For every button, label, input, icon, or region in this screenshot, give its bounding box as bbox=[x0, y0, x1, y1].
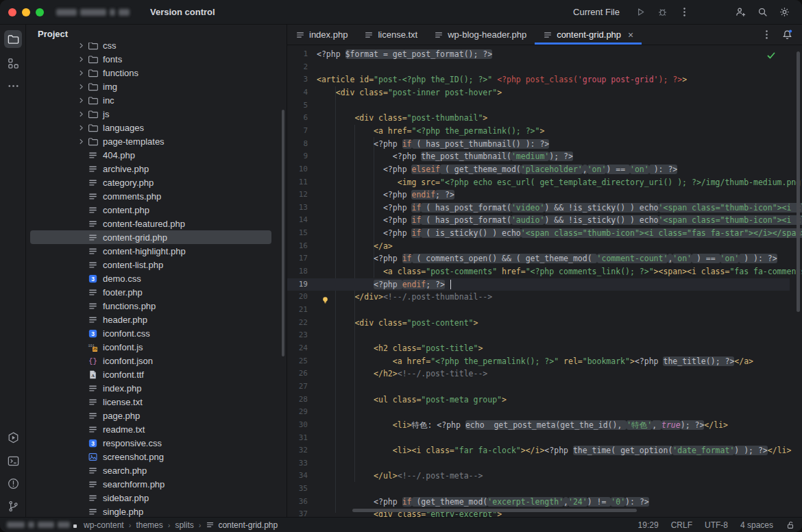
tree-item-label: readme.txt bbox=[103, 424, 145, 435]
tree-item-header.php[interactable]: header.php bbox=[30, 313, 271, 326]
tree-item-functions.php[interactable]: functions.php bbox=[30, 299, 271, 313]
check-icon[interactable] bbox=[766, 51, 776, 62]
close-icon[interactable]: × bbox=[628, 29, 633, 40]
font-icon: A bbox=[88, 370, 98, 380]
tree-item-searchform.php[interactable]: searchform.php bbox=[30, 477, 271, 491]
chevron-right-icon[interactable] bbox=[76, 109, 88, 119]
code-line: <h2 class="post-title"> bbox=[317, 342, 802, 355]
tree-item-iconfont.ttf[interactable]: Aiconfont.ttf bbox=[30, 367, 271, 381]
tree-item-single.php[interactable]: single.php bbox=[30, 505, 271, 517]
run-configuration-selector[interactable]: Current File bbox=[568, 4, 628, 20]
close-window-button[interactable] bbox=[8, 8, 16, 16]
kebab-icon[interactable] bbox=[675, 3, 694, 22]
chevron-right-icon[interactable] bbox=[76, 54, 88, 64]
maximize-window-button[interactable] bbox=[36, 8, 44, 16]
project-panel-header[interactable]: Project bbox=[26, 25, 287, 43]
breadcrumb-themes[interactable]: themes bbox=[136, 520, 162, 530]
tree-item-js[interactable]: js bbox=[30, 107, 271, 121]
lock-open-icon[interactable] bbox=[786, 520, 795, 530]
editor-horizontal-scrollbar[interactable] bbox=[352, 509, 637, 512]
tab-label: license.txt bbox=[378, 29, 417, 40]
tree-item-iconfont.json[interactable]: {}iconfont.json bbox=[30, 354, 271, 367]
status-widget-CRLF[interactable]: CRLF bbox=[671, 520, 692, 530]
services-icon[interactable] bbox=[4, 428, 22, 446]
tree-item-readme.txt[interactable]: readme.txt bbox=[30, 422, 271, 436]
tree-item-index.php[interactable]: index.php bbox=[30, 381, 271, 395]
tab-index.php[interactable]: index.php bbox=[287, 25, 356, 45]
editor-tab-bar: index.phplicense.txtwp-blog-header.phpco… bbox=[287, 25, 802, 45]
tree-item-content-list.php[interactable]: content-list.php bbox=[30, 258, 271, 271]
breadcrumb-splits[interactable]: splits bbox=[175, 520, 193, 530]
minimize-window-button[interactable] bbox=[22, 8, 30, 16]
gear-icon[interactable] bbox=[775, 3, 794, 22]
line-number: 17 bbox=[287, 252, 308, 265]
chevron-right-icon[interactable] bbox=[76, 136, 88, 147]
file-lines-icon bbox=[88, 205, 98, 215]
status-widget-UTF-8[interactable]: UTF-8 bbox=[705, 520, 728, 530]
breadcrumb-current-file[interactable]: content-grid.php bbox=[206, 520, 278, 530]
tree-item-fonts[interactable]: fonts bbox=[30, 52, 271, 66]
tree-item-content.php[interactable]: content.php bbox=[30, 203, 271, 217]
search-icon[interactable] bbox=[753, 3, 772, 22]
project-folder-icon[interactable] bbox=[4, 30, 22, 48]
tree-item-comments.php[interactable]: comments.php bbox=[30, 189, 271, 203]
tree-item-page-templates[interactable]: page-templates bbox=[30, 134, 271, 148]
tree-item-content-featured.php[interactable]: content-featured.php bbox=[30, 217, 271, 230]
person-plus-icon[interactable] bbox=[731, 3, 750, 22]
tab-license.txt[interactable]: license.txt bbox=[356, 25, 426, 45]
tree-item-label: content-grid.php bbox=[103, 232, 167, 243]
line-number: 3 bbox=[287, 73, 308, 86]
tree-item-label: iconfont.css bbox=[103, 328, 150, 339]
branch-icon[interactable] bbox=[4, 497, 22, 515]
chevron-right-icon[interactable] bbox=[76, 82, 88, 92]
problems-icon[interactable] bbox=[4, 474, 22, 492]
tree-item-license.txt[interactable]: license.txt bbox=[30, 395, 271, 409]
tree-item-search.php[interactable]: search.php bbox=[30, 463, 271, 477]
code-editor[interactable]: 1<?php $format = get_post_format(); ?>23… bbox=[287, 45, 802, 517]
tree-item-functions[interactable]: functions bbox=[30, 66, 271, 80]
tree-item-category.php[interactable]: category.php bbox=[30, 176, 271, 189]
tree-item-archive.php[interactable]: archive.php bbox=[30, 162, 271, 176]
tree-item-languages[interactable]: languages bbox=[30, 121, 271, 134]
tree-item-inc[interactable]: inc bbox=[30, 93, 271, 107]
tree-item-sidebar.php[interactable]: sidebar.php bbox=[30, 491, 271, 505]
tree-scrollbar[interactable] bbox=[282, 110, 284, 356]
breadcrumb-wp-content[interactable]: wp-content bbox=[84, 520, 124, 530]
tree-item-404.php[interactable]: 404.php bbox=[30, 148, 271, 162]
tree-item-responsive.css[interactable]: 3responsive.css bbox=[30, 436, 271, 450]
line-number: 7 bbox=[287, 125, 308, 138]
terminal-icon[interactable] bbox=[4, 452, 22, 470]
more-icon[interactable] bbox=[4, 77, 22, 95]
tree-item-label: content-highlight.php bbox=[103, 246, 186, 256]
chevron-right-icon[interactable] bbox=[76, 68, 88, 78]
status-widget-4-spaces[interactable]: 4 spaces bbox=[740, 520, 773, 530]
tree-item-img[interactable]: img bbox=[30, 80, 271, 93]
tree-item-screenshot.png[interactable]: screenshot.png bbox=[30, 450, 271, 463]
kebab-icon[interactable] bbox=[757, 25, 776, 45]
bug-icon[interactable] bbox=[653, 3, 672, 22]
structure-icon[interactable] bbox=[4, 54, 22, 72]
tree-item-iconfont.js[interactable]: 101JSiconfont.js bbox=[30, 340, 271, 354]
file-lines-icon bbox=[88, 164, 98, 174]
ide-window: Version control Current File bbox=[0, 0, 802, 532]
tab-wp-blog-header.php[interactable]: wp-blog-header.php bbox=[426, 25, 535, 45]
bulb-icon[interactable] bbox=[321, 295, 330, 306]
tab-content-grid.php[interactable]: content-grid.php× bbox=[535, 25, 642, 45]
chevron-right-icon[interactable] bbox=[76, 123, 88, 133]
bell-icon[interactable] bbox=[777, 25, 797, 45]
tree-item-footer.php[interactable]: footer.php bbox=[30, 285, 271, 299]
folder-icon bbox=[88, 68, 98, 78]
version-control-menu[interactable]: Version control bbox=[146, 4, 222, 20]
code-line: <?php the_post_thumbnail('medium'); ?> bbox=[317, 150, 802, 163]
tree-item-iconfont.css[interactable]: 3iconfont.css bbox=[30, 326, 271, 340]
chevron-right-icon[interactable] bbox=[76, 95, 88, 106]
play-icon[interactable] bbox=[631, 3, 650, 22]
tree-item-content-highlight.php[interactable]: content-highlight.php bbox=[30, 244, 271, 258]
tree-item-page.php[interactable]: page.php bbox=[30, 409, 271, 422]
editor-vertical-scrollbar[interactable] bbox=[797, 51, 800, 312]
tree-item-content-grid.php[interactable]: content-grid.php bbox=[30, 230, 271, 244]
file-lines-icon bbox=[88, 507, 98, 517]
tree-item-demo.css[interactable]: 3demo.css bbox=[30, 271, 271, 285]
tree-item-label: single.php bbox=[103, 507, 143, 517]
status-widget-19-29[interactable]: 19:29 bbox=[638, 520, 659, 530]
